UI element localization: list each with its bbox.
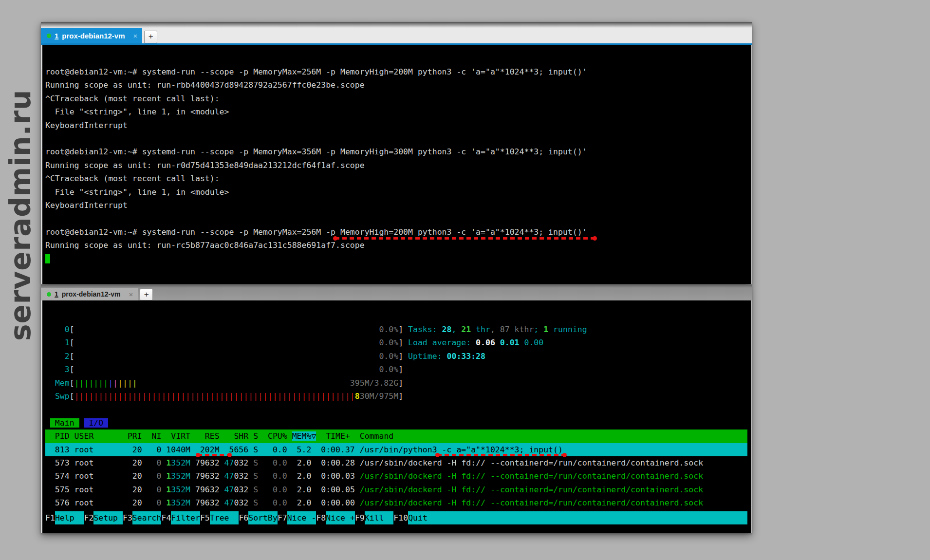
fkey-F2[interactable]: F2: [84, 511, 93, 524]
tab-prox-debian12-vm[interactable]: 1 prox-debian12-vm ×: [41, 28, 142, 43]
annotation-underline-python-cmd: [437, 454, 565, 456]
tab-index: 1: [55, 32, 58, 40]
function-key-bar: F1Help F2Setup F3SearchF4FilterF5Tree F6…: [45, 511, 747, 524]
terminal-line: [45, 132, 747, 145]
memory-meter: Mem[|||||||||||||395M/3.82G]: [45, 376, 747, 390]
fkey-F8[interactable]: F8: [316, 511, 326, 524]
fkey-F6[interactable]: F6: [239, 511, 248, 524]
annotation-underline-res-202m: [198, 454, 230, 456]
fkey-F5[interactable]: F5: [200, 511, 210, 524]
annotation-underline-command: [335, 237, 595, 240]
tab-bar: 1 prox-debian12-vm × +: [41, 22, 752, 43]
fkey-label-F9[interactable]: Kill: [365, 511, 394, 524]
cpu-meter-2: 2[0.0%]Uptime: 00:33:28: [45, 350, 747, 363]
fkey-label-F3[interactable]: Search: [132, 511, 162, 524]
table-row: 575 root 20 0 1352M 79632 47032 S 0.0 2.…: [45, 483, 747, 496]
fbar-fill: [437, 511, 747, 524]
tab-bar: 1 prox-debian12-vm × +: [41, 285, 752, 300]
fkey-F10[interactable]: F10: [393, 511, 408, 524]
fkey-F7[interactable]: F7: [278, 511, 287, 524]
session-status-icon: [47, 292, 51, 297]
terminal-line: KeyboardInterrupt: [45, 119, 747, 132]
cpu-meter-3: 3[0.0%]: [45, 363, 747, 376]
new-tab-button[interactable]: +: [144, 31, 157, 43]
fkey-label-F2[interactable]: Setup: [93, 511, 123, 524]
terminal-line: ^CTraceback (most recent call last):: [45, 172, 747, 185]
tab-title: prox-debian12-vm: [62, 290, 121, 298]
table-header: PID USER PRI NI VIRT RES SHR S CPU% MEM%…: [45, 429, 747, 443]
terminal-line: ^CTraceback (most recent call last):: [45, 92, 747, 105]
fkey-F4[interactable]: F4: [161, 511, 171, 524]
fkey-label-F4[interactable]: Filter: [171, 511, 200, 524]
table-row-selected: 813 root 20 0 1040M 202M 5656 S 0.0 5.2 …: [45, 443, 747, 456]
terminal-window-2: 1 prox-debian12-vm × + 0[0.0%]Tasks: 28,…: [41, 285, 752, 533]
tab-prox-debian12-vm[interactable]: 1 prox-debian12-vm ×: [41, 288, 138, 300]
terminal-line: File "<string>", line 1, in <module>: [45, 186, 747, 199]
screen-tabs: Main I/O: [45, 416, 747, 429]
table-row: 576 root 20 0 1352M 79632 47032 S 0.0 2.…: [45, 496, 747, 509]
terminal-line: KeyboardInterrupt: [45, 199, 747, 212]
blank-line: [45, 403, 747, 416]
terminal-line: root@debian12-vm:~# systemd-run --scope …: [45, 65, 747, 78]
table-row: 574 root 20 0 1352M 79632 47032 S 0.0 2.…: [45, 469, 747, 483]
session-status-icon: [47, 34, 51, 38]
htop-content: 0[0.0%]Tasks: 28, 21 thr, 87 kthr; 1 run…: [45, 323, 747, 510]
fkey-label-F8[interactable]: Nice +: [326, 511, 355, 524]
cpu-meter-0: 0[0.0%]Tasks: 28, 21 thr, 87 kthr; 1 run…: [45, 323, 747, 336]
terminal-line: Running scope as unit: run-rc5b877aac0c8…: [45, 239, 747, 252]
new-tab-button[interactable]: +: [140, 289, 153, 300]
cpu-meter-1: 1[0.0%]Load average: 0.06 0.01 0.00: [45, 336, 747, 349]
terminal-window-1: 1 prox-debian12-vm × + root@debian12-vm:…: [41, 22, 752, 284]
fkey-label-F1[interactable]: Help: [55, 511, 84, 524]
terminal-line: File "<string>", line 1, in <module>: [45, 105, 747, 118]
close-tab-icon[interactable]: ×: [129, 290, 133, 299]
close-tab-icon[interactable]: ×: [133, 32, 138, 40]
fkey-label-F6[interactable]: SortBy: [248, 511, 278, 524]
htop-screen[interactable]: 0[0.0%]Tasks: 28, 21 thr, 87 kthr; 1 run…: [41, 300, 752, 533]
fkey-label-F5[interactable]: Tree: [210, 511, 239, 524]
terminal-line: Running scope as unit: run-r0d75d41353e8…: [45, 159, 747, 172]
watermark: serveradmin.ru: [2, 117, 39, 341]
fkey-label-F10[interactable]: Quit: [408, 511, 437, 524]
terminal-line: root@debian12-vm:~# systemd-run --scope …: [45, 145, 747, 158]
table-row: 573 root 20 0 1352M 79632 47032 S 0.0 2.…: [45, 456, 747, 469]
fkey-F9[interactable]: F9: [355, 511, 365, 524]
fkey-F3[interactable]: F3: [123, 511, 132, 524]
desktop: serveradmin.ru 1 prox-debian12-vm × + ro…: [0, 0, 930, 560]
swap-meter: Swp[||||||||||||||||||||||||||||||||||||…: [45, 390, 747, 403]
fkey-label-F7[interactable]: Nice -: [287, 511, 316, 524]
terminal-line: Running scope as unit: run-rbb4400437d89…: [45, 78, 747, 92]
terminal-line: [45, 212, 747, 225]
tab-index: 1: [55, 290, 58, 298]
tab-title: prox-debian12-vm: [62, 32, 125, 40]
terminal-output[interactable]: root@debian12-vm:~# systemd-run --scope …: [41, 45, 752, 284]
fkey-F1[interactable]: F1: [45, 511, 55, 524]
terminal-cursor-line: [45, 252, 747, 265]
